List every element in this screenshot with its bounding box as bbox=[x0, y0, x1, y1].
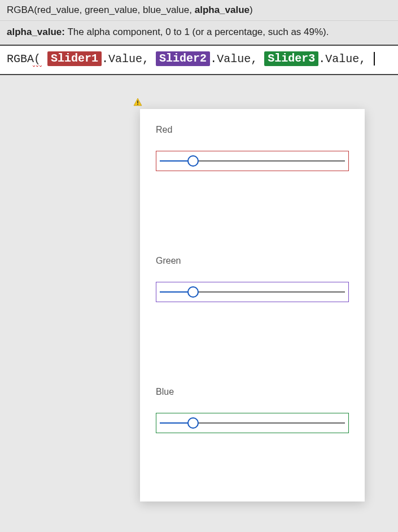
sig-func: RGBA( bbox=[7, 5, 37, 15]
slider-label-blue: Blue bbox=[156, 387, 349, 397]
slider-red[interactable] bbox=[156, 151, 349, 171]
formula-bar[interactable]: RGBA( Slider1.Value, Slider2.Value, Slid… bbox=[0, 46, 398, 75]
slider-label-green: Green bbox=[156, 256, 349, 266]
slider-green[interactable] bbox=[156, 282, 349, 302]
slider-blue[interactable] bbox=[156, 413, 349, 433]
canvas-area[interactable]: Red Green Blue bbox=[0, 75, 398, 511]
slider-track bbox=[160, 160, 345, 162]
slider-thumb[interactable] bbox=[187, 155, 199, 167]
token-dot-value-2: .Value bbox=[210, 53, 251, 66]
param-desc: The alpha component, 0 to 1 (or a percen… bbox=[65, 27, 329, 37]
text-caret bbox=[374, 52, 375, 66]
token-slider1: Slider1 bbox=[47, 51, 102, 66]
param-name: alpha_value: bbox=[7, 27, 65, 37]
token-slider3: Slider3 bbox=[264, 51, 318, 66]
slider-block-blue: Blue bbox=[156, 387, 349, 433]
intellisense-signature: RGBA(red_value, green_value, blue_value,… bbox=[0, 0, 398, 21]
slider-block-red: Red bbox=[156, 125, 349, 171]
preview-card[interactable]: Red Green Blue bbox=[140, 109, 365, 502]
sig-arg-2: blue_value bbox=[143, 5, 189, 15]
slider-block-green: Green bbox=[156, 256, 349, 302]
formula-func: RGBA bbox=[7, 53, 34, 66]
sig-arg-0: red_value bbox=[37, 5, 80, 15]
sig-arg-1: green_value bbox=[85, 5, 138, 15]
slider-track bbox=[160, 291, 345, 293]
sig-suffix: ) bbox=[250, 5, 253, 15]
warning-icon bbox=[133, 98, 142, 107]
slider-thumb[interactable] bbox=[187, 286, 199, 298]
token-dot-value-3: .Value bbox=[318, 53, 359, 66]
slider-label-red: Red bbox=[156, 125, 349, 135]
slider-track bbox=[160, 422, 345, 424]
token-slider2: Slider2 bbox=[156, 51, 210, 66]
svg-rect-1 bbox=[137, 101, 138, 103]
token-dot-value-1: .Value bbox=[102, 53, 142, 66]
svg-rect-2 bbox=[137, 104, 138, 105]
intellisense-param-desc: alpha_value: The alpha component, 0 to 1… bbox=[0, 21, 398, 46]
slider-thumb[interactable] bbox=[187, 417, 199, 429]
formula-open-paren: ( bbox=[34, 53, 41, 66]
sig-arg-3-current: alpha_value bbox=[195, 5, 250, 15]
